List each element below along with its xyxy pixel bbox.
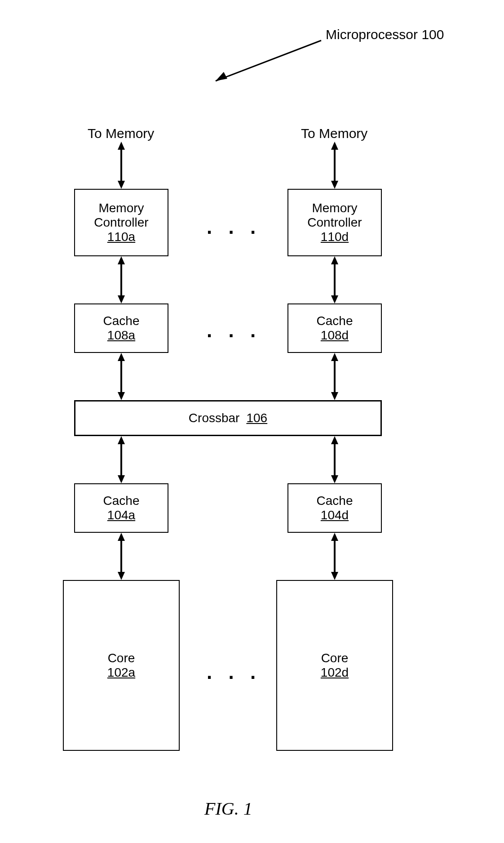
cache-bl-label: Cache bbox=[103, 494, 140, 508]
memory-controller-right: MemoryController 110d bbox=[287, 189, 382, 256]
mc-right-label: MemoryController bbox=[307, 201, 362, 230]
cache-top-right: Cache 108d bbox=[287, 303, 382, 353]
ellipsis-cache-top: . . . bbox=[207, 319, 261, 342]
svg-marker-15 bbox=[118, 353, 125, 361]
mc-left-ref: 110a bbox=[107, 230, 135, 244]
arrow-mc-cache-left bbox=[115, 256, 128, 303]
ellipsis-mc: . . . bbox=[207, 216, 261, 238]
figure-label: FIG. 1 bbox=[204, 798, 252, 819]
cache-tr-label: Cache bbox=[317, 314, 353, 328]
crossbar-ref: 106 bbox=[246, 411, 267, 425]
arrow-mc-cache-right bbox=[328, 256, 341, 303]
core-right-ref: 102d bbox=[321, 665, 349, 680]
arrow-cache-core-left bbox=[115, 533, 128, 580]
to-memory-left: To Memory bbox=[88, 126, 154, 141]
cache-top-left: Cache 108a bbox=[74, 303, 168, 353]
svg-marker-1 bbox=[216, 72, 227, 81]
svg-line-0 bbox=[216, 40, 321, 81]
svg-marker-19 bbox=[331, 392, 338, 400]
svg-marker-4 bbox=[118, 181, 125, 189]
title-label: Microprocessor 100 bbox=[326, 27, 444, 42]
cache-tl-ref: 108a bbox=[107, 328, 135, 343]
pointer-arrow bbox=[202, 36, 328, 90]
cache-tl-label: Cache bbox=[103, 314, 140, 328]
svg-marker-10 bbox=[118, 295, 125, 303]
svg-marker-31 bbox=[331, 572, 338, 580]
cache-bottom-left: Cache 104a bbox=[74, 483, 168, 533]
core-right-label: Core bbox=[321, 651, 349, 665]
core-right: Core 102d bbox=[276, 580, 393, 751]
svg-marker-13 bbox=[331, 295, 338, 303]
svg-marker-21 bbox=[118, 436, 125, 444]
svg-marker-7 bbox=[331, 181, 338, 189]
cache-tr-ref: 108d bbox=[321, 328, 349, 343]
cache-br-ref: 104d bbox=[321, 508, 349, 522]
memory-controller-left: MemoryController 110a bbox=[74, 189, 168, 256]
cache-bl-ref: 104a bbox=[107, 508, 135, 522]
mc-left-label: MemoryController bbox=[94, 201, 148, 230]
arrow-cache-core-right bbox=[328, 533, 341, 580]
svg-marker-25 bbox=[331, 475, 338, 483]
svg-marker-22 bbox=[118, 475, 125, 483]
cache-br-label: Cache bbox=[317, 494, 353, 508]
crossbar-label: Crossbar bbox=[189, 411, 240, 425]
svg-marker-9 bbox=[118, 256, 125, 264]
ellipsis-core: . . . bbox=[207, 661, 261, 683]
svg-marker-16 bbox=[118, 392, 125, 400]
cache-bottom-right: Cache 104d bbox=[287, 483, 382, 533]
svg-marker-3 bbox=[118, 142, 125, 150]
core-left-label: Core bbox=[108, 651, 135, 665]
core-left-ref: 102a bbox=[107, 665, 135, 680]
mc-right-ref: 110d bbox=[321, 230, 349, 244]
svg-marker-6 bbox=[331, 142, 338, 150]
arrow-xbar-cache-left bbox=[115, 436, 128, 483]
arrow-xbar-cache-right bbox=[328, 436, 341, 483]
arrow-cache-xbar-left bbox=[115, 353, 128, 400]
svg-marker-12 bbox=[331, 256, 338, 264]
crossbar: Crossbar 106 bbox=[74, 400, 382, 436]
svg-marker-24 bbox=[331, 436, 338, 444]
svg-marker-28 bbox=[118, 572, 125, 580]
arrow-cache-xbar-right bbox=[328, 353, 341, 400]
svg-marker-27 bbox=[118, 533, 125, 541]
svg-marker-18 bbox=[331, 353, 338, 361]
to-memory-right: To Memory bbox=[301, 126, 367, 141]
arrow-mem-mc-left bbox=[115, 142, 128, 189]
arrow-mem-mc-right bbox=[328, 142, 341, 189]
core-left: Core 102a bbox=[63, 580, 180, 751]
svg-marker-30 bbox=[331, 533, 338, 541]
